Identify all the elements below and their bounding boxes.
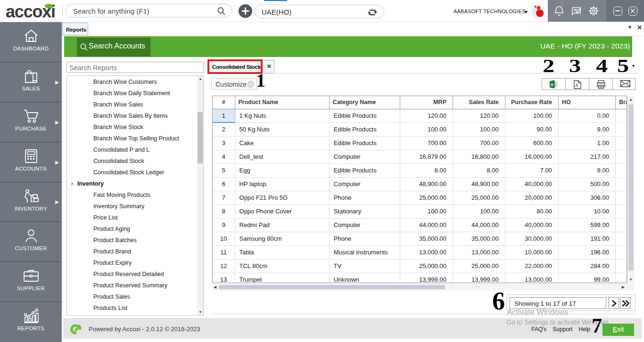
svg-text:A: A	[575, 83, 578, 88]
svg-text:x: x	[551, 82, 553, 87]
